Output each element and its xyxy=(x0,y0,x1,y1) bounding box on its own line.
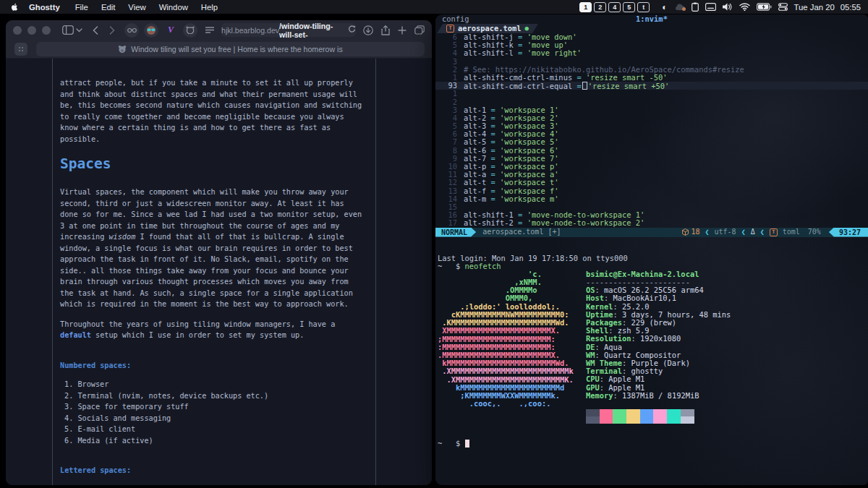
line-number: 17 xyxy=(435,219,464,227)
downloads-icon[interactable] xyxy=(363,25,373,35)
palette-swatch xyxy=(640,416,654,424)
nvim-editor[interactable]: 6alt-shift-j = 'move down'5alt-shift-k =… xyxy=(435,33,868,228)
editor-line: 1 xyxy=(435,90,868,98)
key-token: alt-shift-cmd-ctrl-minus xyxy=(464,73,572,82)
code-text: alt-shift-cmd-ctrl-minus = 'resize smart… xyxy=(464,74,668,82)
active-app-name[interactable]: Ghostty xyxy=(23,3,66,12)
key-token: alt-2 xyxy=(464,114,486,122)
cloud-icon[interactable] xyxy=(674,3,685,11)
palette-swatch xyxy=(653,416,667,424)
desktop: Ghostty FileEditViewWindowHelp 1245t ◐ xyxy=(0,0,868,488)
palette-swatch xyxy=(613,409,626,416)
ascii-art-line: 'c. xyxy=(438,270,542,278)
key-token: alt-a xyxy=(464,170,486,179)
info-label: Uptime xyxy=(586,310,613,319)
active-tab[interactable]: Window tiling will set you free | Home i… xyxy=(36,42,425,56)
workspace-badge-5[interactable]: 5 xyxy=(623,2,635,12)
sidebar-chevron-down-icon[interactable] xyxy=(76,28,82,33)
terminal-cursor xyxy=(465,440,469,448)
browser-content[interactable]: attract people, but if you take a minute… xyxy=(6,59,432,485)
browser-toolbar: V hjkl.bearblog.dev/window-tiling-will-s… xyxy=(6,20,432,40)
pinned-tab[interactable] xyxy=(14,43,27,56)
menu-items: FileEditViewWindowHelp xyxy=(69,3,224,12)
apple-logo-icon[interactable] xyxy=(10,2,19,12)
battery-charging-icon[interactable] xyxy=(757,3,772,11)
new-tab-icon[interactable] xyxy=(398,26,407,35)
volume-icon[interactable] xyxy=(723,3,733,11)
command-text: neofetch xyxy=(465,262,501,270)
equals-token: = xyxy=(518,218,522,227)
menu-bar-clock[interactable]: Tue Jan 20 05:55 xyxy=(794,3,861,12)
string-token: 'workspace a' xyxy=(500,170,558,179)
tmux-window-tab[interactable]: 1:nvim* xyxy=(435,14,868,24)
browser-window: V hjkl.bearblog.dev/window-tiling-will-s… xyxy=(6,20,432,485)
lettered-spaces-heading: Lettered spaces: xyxy=(60,465,368,476)
sidebar-toggle-icon[interactable] xyxy=(62,25,74,35)
ascii-art-line: kMMMMMMMMMMMMMMMMMMMMMMd xyxy=(438,383,564,392)
wifi-icon[interactable] xyxy=(739,3,750,11)
workspace-badge-1[interactable]: 1 xyxy=(579,2,592,12)
list-item: 6. Media (if active) xyxy=(60,435,368,447)
back-button-icon[interactable] xyxy=(93,26,98,35)
menu-item-help[interactable]: Help xyxy=(195,3,224,12)
equals-token: = xyxy=(491,194,495,203)
extension-goggles-icon[interactable] xyxy=(124,23,139,38)
minimize-window-button[interactable] xyxy=(27,26,36,35)
article-paragraph: Throughout the years of using tiling win… xyxy=(60,319,368,341)
extension-vimium-icon[interactable]: V xyxy=(163,23,178,38)
info-label: Packages xyxy=(586,318,622,327)
clock-time: 05:55 xyxy=(841,3,861,12)
reload-icon[interactable] xyxy=(348,25,356,35)
ascii-art-line: .OMMMMo xyxy=(438,286,537,294)
info-label: OS xyxy=(586,286,595,294)
active-prompt[interactable]: ~ $ xyxy=(438,440,868,448)
line-number: 5 xyxy=(435,41,464,49)
key-token: alt-5 xyxy=(464,137,486,146)
menu-item-window[interactable]: Window xyxy=(153,3,195,12)
ascii-art-line: .cooc,. .,coo:. xyxy=(438,399,550,408)
equals-token: = xyxy=(491,170,495,179)
keyboard-switcher-icon[interactable] xyxy=(705,3,716,11)
line-number: 3 xyxy=(435,106,464,114)
control-center-icon[interactable] xyxy=(778,3,788,11)
info-value: Aqua xyxy=(604,343,622,351)
equals-token: = xyxy=(576,73,581,82)
string-token: 'workspace f' xyxy=(500,187,558,195)
menu-item-view[interactable]: View xyxy=(122,3,152,12)
close-window-button[interactable] xyxy=(13,26,22,35)
string-token: 'resize smart -50' xyxy=(586,73,668,82)
shell-pane[interactable]: Last login: Mon Jan 19 17:18:50 on ttys0… xyxy=(435,237,868,448)
menu-item-edit[interactable]: Edit xyxy=(95,3,122,12)
encoding: utf-8 xyxy=(715,228,736,236)
workspace-badge-t[interactable]: t xyxy=(637,2,650,12)
browser-tab-bar: Window tiling will set you free | Home i… xyxy=(6,40,432,59)
extension-cat-icon[interactable] xyxy=(183,23,197,38)
workspace-badge-4[interactable]: 4 xyxy=(608,2,621,12)
equals-token: = xyxy=(576,82,581,90)
clipboard-icon[interactable] xyxy=(692,2,699,12)
reader-mode-icon[interactable] xyxy=(205,27,214,34)
palette-row xyxy=(586,409,868,416)
workspace-badge-2[interactable]: 2 xyxy=(594,2,606,12)
share-icon[interactable] xyxy=(381,25,390,35)
info-value: macOS 26.2 25C56 arm64 xyxy=(604,286,704,294)
default-setup-link[interactable]: default xyxy=(60,331,91,339)
tab-title: Window tiling will set you free | Home i… xyxy=(131,45,342,53)
zoom-window-button[interactable] xyxy=(42,26,51,35)
palette-swatch xyxy=(600,416,613,424)
toolbar-right-icons xyxy=(363,25,425,35)
terminal-window[interactable]: config 1:nvim* T aerospace.toml ● 6alt-s… xyxy=(435,14,868,485)
equals-token: = xyxy=(491,154,495,163)
address-bar[interactable]: hjkl.bearblog.dev/window-tiling-will-set… xyxy=(221,23,356,37)
extension-nerd-face-icon[interactable] xyxy=(144,23,158,38)
dark-mode-icon[interactable]: ◐ xyxy=(662,3,667,12)
modified-dot-icon: ● xyxy=(525,25,529,33)
key-token: alt-7 xyxy=(464,154,486,163)
menu-item-file[interactable]: File xyxy=(69,3,95,12)
equals-token: = xyxy=(491,114,495,122)
forward-button-icon[interactable] xyxy=(109,26,115,35)
tmux-status-bar: config 1:nvim* xyxy=(435,14,868,24)
info-value: 229 (brew) xyxy=(631,318,677,327)
tab-overview-icon[interactable] xyxy=(414,25,425,35)
editor-line: 17alt-shift-2 = 'move-node-to-workspace … xyxy=(435,219,868,227)
